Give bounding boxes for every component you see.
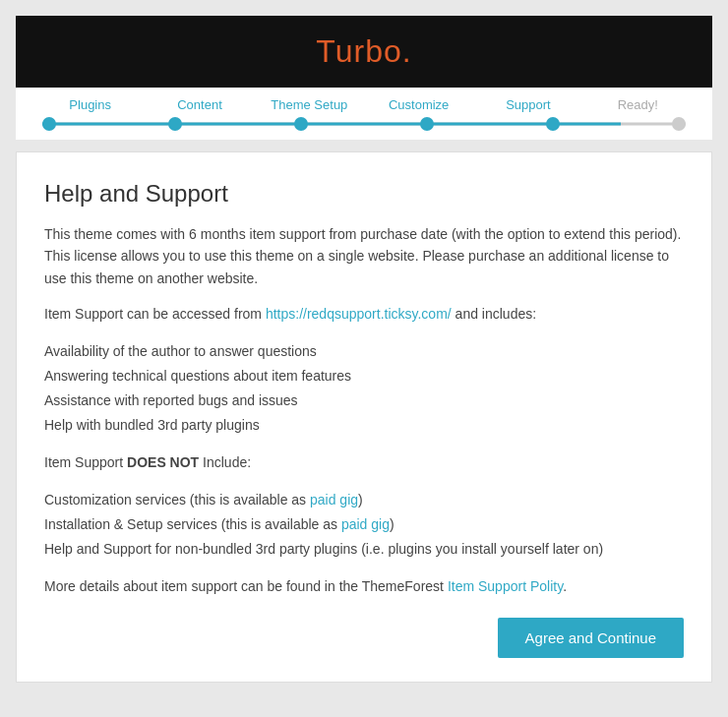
step-theme-setup[interactable]: Theme Setup — [255, 97, 364, 112]
button-row: Agree and Continue — [44, 618, 684, 658]
list-item: Help with bundled 3rd party plugins — [44, 413, 684, 438]
dot-5 — [546, 117, 560, 131]
dots-container — [42, 117, 686, 131]
support-prefix: Item Support can be accessed from — [44, 306, 266, 322]
content-card: Help and Support This theme comes with 6… — [16, 151, 712, 683]
more-details-paragraph: More details about item support can be f… — [44, 575, 684, 597]
wizard-nav: Plugins Content Theme Setup Customize Su… — [16, 88, 712, 140]
does-not-prefix: Item Support — [44, 454, 127, 470]
support-suffix: and includes: — [452, 306, 536, 322]
list-item: Answering technical questions about item… — [44, 364, 684, 388]
step-customize[interactable]: Customize — [364, 97, 473, 112]
paid-gig-link-1[interactable]: paid gig — [310, 492, 358, 508]
list-item: Availability of the author to answer que… — [44, 339, 684, 364]
more-details-prefix: More details about item support can be f… — [44, 578, 448, 594]
does-not-bold: DOES NOT — [127, 454, 199, 470]
list-item: Installation & Setup services (this is a… — [44, 512, 684, 537]
step-plugins[interactable]: Plugins — [35, 97, 145, 112]
dot-3 — [294, 117, 308, 131]
page-heading: Help and Support — [44, 180, 684, 208]
dot-1 — [42, 117, 56, 131]
list-item: Customization services (this is availabl… — [44, 488, 684, 512]
progress-track — [16, 116, 712, 132]
steps-labels-row: Plugins Content Theme Setup Customize Su… — [16, 88, 712, 116]
dot-6 — [672, 117, 686, 131]
dot-2 — [168, 117, 182, 131]
step-ready: Ready! — [583, 97, 693, 112]
does-not-suffix: Include: — [199, 454, 251, 470]
header: Turbo. — [16, 16, 712, 88]
excludes-list: Customization services (this is availabl… — [44, 488, 684, 563]
list-item: Assistance with reported bugs and issues — [44, 388, 684, 413]
step-support[interactable]: Support — [473, 97, 582, 112]
includes-list: Availability of the author to answer que… — [44, 339, 684, 439]
support-access-paragraph: Item Support can be accessed from https:… — [44, 303, 684, 325]
does-not-paragraph: Item Support DOES NOT Include: — [44, 451, 684, 473]
item-support-polity-link[interactable]: Item Support Polity — [448, 578, 563, 594]
step-content[interactable]: Content — [145, 97, 254, 112]
title-text: Turbo — [316, 33, 401, 69]
more-details-suffix: . — [563, 578, 567, 594]
intro-paragraph: This theme comes with 6 months item supp… — [44, 223, 684, 289]
list-item: Help and Support for non-bundled 3rd par… — [44, 537, 684, 562]
dot-4 — [420, 117, 434, 131]
site-title: Turbo. — [16, 33, 712, 70]
paid-gig-link-2[interactable]: paid gig — [341, 516, 390, 532]
title-dot: . — [402, 33, 412, 69]
support-link[interactable]: https://redqsupport.ticksy.com/ — [266, 306, 452, 322]
agree-continue-button[interactable]: Agree and Continue — [498, 618, 684, 658]
